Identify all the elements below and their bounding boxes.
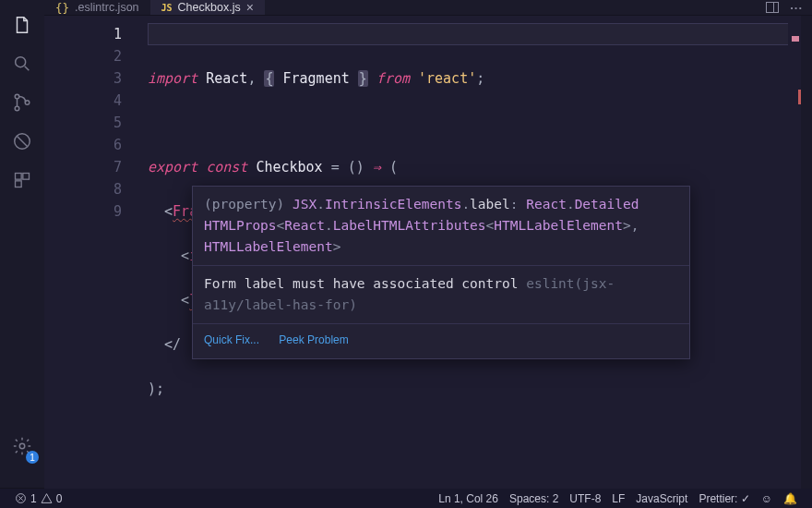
hover-signature: (property) JSX.IntrinsicElements.label: … — [193, 187, 689, 265]
debug-disabled-icon[interactable] — [0, 122, 44, 161]
status-problems[interactable]: 1 0 — [9, 489, 67, 508]
code-editor[interactable]: 123 456 789 import React, { Fragment } f… — [44, 16, 812, 489]
svg-point-8 — [19, 443, 25, 449]
js-icon: JS — [161, 3, 173, 13]
status-cursor[interactable]: Ln 1, Col 26 — [433, 489, 504, 508]
split-editor-icon[interactable] — [766, 2, 779, 13]
hover-message: Form label must have associated control … — [193, 265, 689, 323]
tab-label: Checkbox.js — [178, 1, 241, 14]
tab-bar: {} .eslintrc.json JS Checkbox.js × ··· — [44, 0, 812, 16]
editor-group: {} .eslintrc.json JS Checkbox.js × ··· 1… — [44, 0, 812, 488]
status-eol[interactable]: LF — [606, 489, 630, 508]
minimap[interactable] — [788, 16, 801, 489]
feedback-icon[interactable]: ☺ — [756, 489, 778, 508]
status-language[interactable]: JavaScript — [630, 489, 693, 508]
brace-icon: {} — [55, 1, 69, 15]
svg-point-2 — [15, 106, 19, 111]
line-gutter: 123 456 789 — [44, 16, 137, 489]
status-indent[interactable]: Spaces: 2 — [504, 489, 564, 508]
status-encoding[interactable]: UTF-8 — [564, 489, 606, 508]
close-icon[interactable]: × — [246, 0, 254, 15]
status-prettier[interactable]: Prettier: ✓ — [693, 489, 755, 508]
svg-point-1 — [15, 94, 19, 99]
extensions-icon[interactable] — [0, 161, 44, 200]
tab-label: .eslintrc.json — [75, 1, 138, 14]
quick-fix-link[interactable]: Quick Fix... — [204, 333, 259, 346]
svg-point-0 — [16, 57, 26, 67]
source-control-icon[interactable] — [0, 83, 44, 122]
scrollbar[interactable] — [801, 16, 812, 489]
more-icon[interactable]: ··· — [790, 1, 803, 15]
search-icon[interactable] — [0, 44, 44, 83]
tab-eslintrc[interactable]: {} .eslintrc.json — [44, 0, 150, 15]
settings-gear-icon[interactable]: 1 — [0, 427, 44, 466]
peek-problem-link[interactable]: Peek Problem — [279, 333, 348, 346]
settings-badge: 1 — [26, 451, 39, 464]
status-bar: 1 0 Ln 1, Col 26 Spaces: 2 UTF-8 LF Java… — [0, 488, 812, 508]
tab-checkbox[interactable]: JS Checkbox.js × — [150, 0, 265, 15]
hover-tooltip: (property) JSX.IntrinsicElements.label: … — [192, 186, 690, 359]
explorer-icon[interactable] — [0, 6, 44, 44]
bell-icon[interactable]: 🔔 — [778, 489, 803, 508]
svg-rect-5 — [16, 174, 22, 180]
activity-bar: 1 — [0, 0, 44, 488]
svg-rect-6 — [23, 174, 30, 180]
svg-rect-7 — [16, 181, 22, 187]
